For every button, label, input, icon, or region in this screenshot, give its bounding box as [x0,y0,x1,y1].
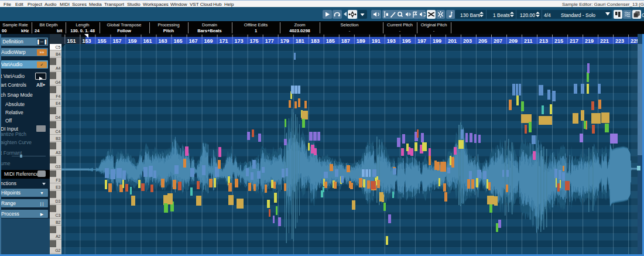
svg-text:161: 161 [143,38,152,44]
svg-text:221: 221 [600,38,609,44]
svg-text:153: 153 [82,38,91,44]
svg-text:223: 223 [615,38,624,44]
svg-text:187: 187 [341,38,350,44]
svg-text:215: 215 [554,38,563,44]
svg-text:203: 203 [463,38,472,44]
svg-text:197: 197 [417,38,426,44]
svg-text:155: 155 [97,38,106,44]
svg-text:201: 201 [448,38,457,44]
svg-text:183: 183 [311,38,320,44]
svg-text:167: 167 [189,38,198,44]
svg-text:209: 209 [509,38,518,44]
svg-text:217: 217 [570,38,578,44]
svg-text:211: 211 [524,38,533,44]
svg-text:177: 177 [265,38,274,44]
svg-text:199: 199 [433,38,441,44]
svg-text:195: 195 [402,38,411,44]
svg-text:181: 181 [296,38,304,44]
svg-text:193: 193 [387,38,396,44]
svg-text:213: 213 [539,38,548,44]
svg-text:165: 165 [174,38,183,44]
svg-text:179: 179 [280,38,289,44]
svg-text:157: 157 [113,38,122,44]
svg-text:151: 151 [67,38,76,44]
svg-text:191: 191 [372,38,381,44]
svg-text:175: 175 [250,38,259,44]
svg-text:171: 171 [220,38,228,44]
svg-text:169: 169 [204,38,213,44]
svg-text:219: 219 [585,38,594,44]
svg-text:163: 163 [159,38,167,44]
svg-text:205: 205 [478,38,487,44]
svg-text:189: 189 [357,38,365,44]
svg-text:185: 185 [326,38,335,44]
svg-text:173: 173 [235,38,244,44]
svg-text:159: 159 [128,38,137,44]
svg-text:207: 207 [494,38,502,44]
